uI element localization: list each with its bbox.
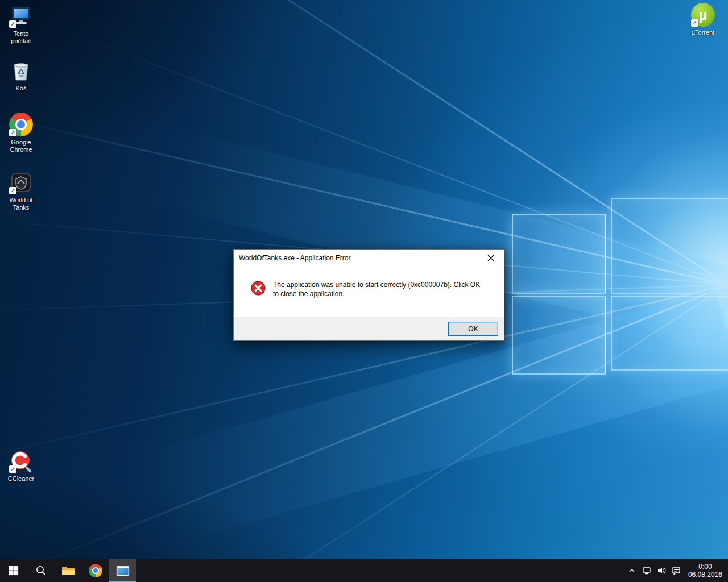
shortcut-arrow-icon: ↗ [691, 19, 698, 27]
desktop-icon-label: World of Tanks [5, 197, 38, 211]
file-explorer-button[interactable] [55, 559, 82, 582]
this-pc-icon: ↗ [9, 3, 34, 28]
action-center-icon [672, 566, 681, 575]
desktop-icon-label: Tento počítač [5, 30, 38, 45]
error-icon [251, 281, 266, 298]
clock-date: 06.08.2016 [688, 571, 722, 579]
recycle-bin-icon [9, 58, 34, 83]
network-icon [642, 566, 651, 575]
taskbar: 0:00 06.08.2016 [0, 559, 728, 582]
chrome-icon [89, 564, 102, 577]
dialog-title: WorldOfTanks.exe - Application Error [234, 254, 478, 262]
clock-time: 0:00 [698, 563, 712, 571]
chevron-up-icon [628, 567, 636, 575]
start-button[interactable] [0, 559, 27, 582]
desktop-icon-this-pc[interactable]: ↗ Tento počítač [0, 3, 43, 45]
shortcut-arrow-icon: ↗ [9, 20, 16, 28]
ccleaner-icon: ↗ [9, 448, 34, 473]
windows-logo-icon [9, 566, 19, 576]
shortcut-arrow-icon: ↗ [9, 129, 16, 136]
windows-desktop: ↗ Tento počítač Kôš ↗ Google Chrome [0, 0, 728, 582]
chrome-taskbar-button[interactable] [82, 559, 109, 582]
application-error-dialog: WorldOfTanks.exe - Application Error The… [233, 249, 504, 341]
desktop-icon-google-chrome[interactable]: ↗ Google Chrome [0, 112, 43, 153]
search-button[interactable] [27, 559, 55, 582]
desktop-icon-recycle-bin[interactable]: Kôš [0, 58, 43, 92]
volume-tray-button[interactable] [654, 559, 669, 582]
taskbar-clock[interactable]: 0:00 06.08.2016 [684, 559, 728, 582]
active-app-button-worldoftanks[interactable] [109, 559, 136, 582]
desktop-icon-label: Kôš [16, 85, 27, 92]
show-hidden-icons-button[interactable] [624, 559, 639, 582]
shortcut-arrow-icon: ↗ [9, 187, 16, 194]
desktop-icon-utorrent[interactable]: µ ↗ µTorrent [681, 2, 725, 36]
world-of-tanks-icon: ↗ [9, 170, 34, 195]
desktop-icon-world-of-tanks[interactable]: ↗ World of Tanks [0, 170, 43, 211]
volume-icon [657, 566, 666, 575]
desktop-icon-label: CCleaner [8, 475, 34, 483]
file-explorer-icon [61, 565, 75, 576]
action-center-button[interactable] [669, 559, 684, 582]
utorrent-icon: µ ↗ [690, 2, 715, 27]
desktop-icon-ccleaner[interactable]: ↗ CCleaner [0, 448, 43, 483]
close-icon [487, 255, 494, 261]
dialog-body: The application was unable to start corr… [234, 267, 504, 317]
system-tray: 0:00 06.08.2016 [624, 559, 728, 582]
dialog-message: The application was unable to start corr… [273, 280, 483, 298]
application-window-icon [116, 564, 130, 577]
ok-button[interactable]: OK [448, 322, 498, 336]
shortcut-arrow-icon: ↗ [9, 465, 16, 473]
desktop-icon-label: Google Chrome [5, 139, 38, 153]
dialog-close-button[interactable] [478, 250, 504, 267]
search-icon [35, 565, 47, 576]
network-tray-button[interactable] [639, 559, 654, 582]
dialog-footer: OK [234, 317, 504, 340]
chrome-icon: ↗ [9, 112, 34, 137]
desktop-icon-label: µTorrent [692, 29, 715, 36]
dialog-titlebar[interactable]: WorldOfTanks.exe - Application Error [234, 250, 504, 267]
